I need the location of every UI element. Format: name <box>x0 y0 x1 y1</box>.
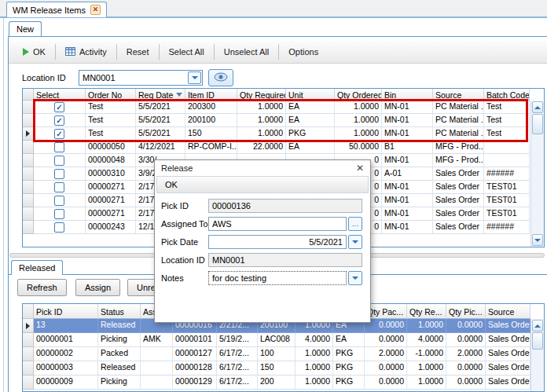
tab-wm-release-items[interactable]: WM Release Items ✕ <box>6 2 107 17</box>
tab-released[interactable]: Released <box>11 260 63 275</box>
row-checkbox[interactable] <box>54 169 64 179</box>
scroll-up-button[interactable] <box>532 320 543 332</box>
row-selector[interactable] <box>23 333 34 347</box>
scroll-thumb[interactable] <box>532 114 543 134</box>
row-selector[interactable] <box>23 141 34 154</box>
scroll-up-button[interactable] <box>532 101 543 113</box>
assigned-to-field[interactable]: AWS <box>208 217 347 231</box>
row-selector[interactable] <box>23 154 34 167</box>
row-checkbox[interactable] <box>54 196 64 206</box>
row-selector[interactable] <box>23 376 34 390</box>
row-checkbox[interactable]: ✓ <box>54 129 64 139</box>
cell-date: 6/17/2... <box>217 361 258 376</box>
cell-unit: PKG <box>286 127 335 141</box>
row-checkbox[interactable] <box>54 156 64 166</box>
column-header-qty_rem[interactable]: Qty Re... <box>407 304 446 319</box>
toolbar-separator <box>116 44 117 60</box>
column-header-checked[interactable]: Select <box>34 89 86 101</box>
row-selector[interactable] <box>23 114 34 127</box>
scroll-thumb[interactable] <box>532 332 543 350</box>
reset-button[interactable]: Reset <box>119 43 157 60</box>
select-cell <box>34 194 86 207</box>
dialog-titlebar[interactable]: Release ✕ <box>155 160 370 176</box>
sort-desc-icon <box>176 93 182 97</box>
view-button[interactable] <box>208 69 233 86</box>
row-selector[interactable] <box>23 207 34 221</box>
options-label: Options <box>288 47 318 57</box>
column-header-item_id[interactable]: Item ID <box>185 89 237 101</box>
column-header-qty_packed[interactable]: Qty Pac... <box>365 304 407 319</box>
column-header-qty_picked[interactable]: Qty Pic... <box>446 304 486 319</box>
cell-order_no: Test <box>86 127 136 141</box>
column-header-source[interactable]: Source <box>486 304 530 319</box>
column-header-source[interactable]: Source <box>433 89 484 101</box>
column-header-unit[interactable]: Unit <box>286 89 335 101</box>
cell-order_no: 00000271 <box>86 194 136 207</box>
table-row[interactable]: 000000504/12/2021RP-COMP-I...22.0000EA50… <box>23 141 544 154</box>
table-row[interactable]: ✓Test5/5/20212001001.0000EA1.0000MN-01PC… <box>23 114 544 127</box>
vertical-scrollbar[interactable] <box>530 319 544 391</box>
column-header-bin[interactable]: Bin <box>382 89 433 101</box>
row-checkbox[interactable] <box>54 182 64 192</box>
pick-date-dropdown-button[interactable] <box>348 235 362 249</box>
column-header-selector[interactable] <box>23 89 34 101</box>
row-checkbox[interactable] <box>54 142 64 152</box>
unselect-all-label: Unselect All <box>224 47 269 57</box>
select-all-button[interactable]: Select All <box>161 43 212 60</box>
table-row[interactable]: 00000001PickingAMK000001015/19/2...LAC00… <box>23 333 544 347</box>
table-row[interactable]: 00000009Picking000001296/17/2...2001.000… <box>23 376 544 390</box>
tab-new[interactable]: New <box>9 21 42 36</box>
notes-field[interactable]: for doc testing <box>208 271 347 285</box>
activity-button[interactable]: Activity <box>57 43 115 60</box>
row-checkbox[interactable]: ✓ <box>54 115 64 126</box>
row-selector[interactable] <box>23 181 34 194</box>
row-selector[interactable] <box>23 194 34 207</box>
refresh-button[interactable]: Refresh <box>17 279 67 296</box>
unselect-all-button[interactable]: Unselect All <box>216 43 277 60</box>
column-header-order_no[interactable]: Order No <box>86 89 136 101</box>
row-checkbox[interactable] <box>54 209 64 219</box>
cell-pick_id: 00000003 <box>34 361 98 376</box>
row-selector[interactable] <box>23 361 34 376</box>
cell-qty_required: 1.0000 <box>237 114 286 127</box>
dialog-close-icon[interactable]: ✕ <box>356 163 364 173</box>
column-header-batch_code[interactable]: Batch Code <box>484 89 530 101</box>
column-header-qty_required[interactable]: Qty Required <box>237 89 286 101</box>
table-row[interactable]: 00000003Released000001286/17/2...1501.00… <box>23 361 544 376</box>
row-selector[interactable] <box>23 127 34 141</box>
row-checkbox[interactable] <box>54 222 64 233</box>
cell-qty_packed: 0.0000 <box>365 361 407 376</box>
cell-qty_picked: 0.0000 <box>446 319 486 333</box>
pick-date-field[interactable]: 5/5/2021 <box>208 235 347 249</box>
row-selector[interactable] <box>23 221 34 234</box>
column-header-status[interactable]: Status <box>98 304 141 319</box>
ok-button[interactable]: OK <box>15 43 53 60</box>
cell-qty: 1.0000 <box>296 347 333 361</box>
dialog-ok-button[interactable]: OK <box>165 180 178 189</box>
row-selector[interactable] <box>23 167 34 181</box>
table-row[interactable]: ✓Test5/5/20212003001.0000EA1.0000MN-01PC… <box>23 101 544 114</box>
row-checkbox[interactable]: ✓ <box>54 102 64 112</box>
refresh-label: Refresh <box>27 283 57 292</box>
column-header-selector[interactable] <box>23 304 34 319</box>
assigned-to-browse-button[interactable]: ... <box>348 217 362 231</box>
scroll-down-button[interactable] <box>532 234 543 246</box>
column-header-pick_id[interactable]: Pick ID <box>34 304 98 319</box>
close-tab-icon[interactable]: ✕ <box>90 5 101 15</box>
row-selector[interactable] <box>23 101 34 114</box>
assign-button[interactable]: Assign <box>75 279 120 296</box>
column-header-qty_ordered[interactable]: Qty Ordered <box>335 89 382 101</box>
cell-date: 6/17/2... <box>217 376 258 390</box>
vertical-scrollbar[interactable] <box>530 101 544 247</box>
column-header-label: Select <box>36 90 59 100</box>
table-row[interactable]: 00000002Packed000001276/17/2...1001.0000… <box>23 347 544 361</box>
cell-source: PC Material ... <box>433 127 484 141</box>
row-selector[interactable] <box>23 347 34 361</box>
options-button[interactable]: Options <box>281 43 326 60</box>
column-header-req_date[interactable]: Req Date <box>136 89 185 101</box>
location-id-combo[interactable]: MN0001 <box>79 70 203 86</box>
notes-dropdown-button[interactable] <box>348 271 362 285</box>
location-dropdown-button[interactable] <box>188 71 201 84</box>
table-row[interactable]: ✓Test5/5/20211501.0000PKG1.0000MN-01PC M… <box>23 127 544 141</box>
row-selector[interactable] <box>23 319 34 333</box>
